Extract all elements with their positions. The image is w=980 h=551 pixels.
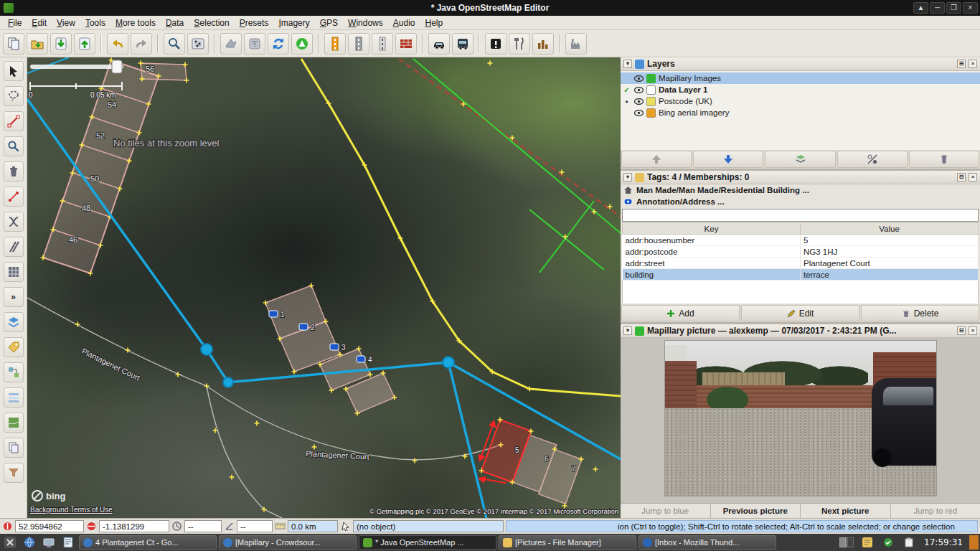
close-panel-icon[interactable]: ×: [969, 173, 977, 182]
more-modes-button[interactable]: »: [4, 287, 24, 307]
edit-tag-button[interactable]: Edit: [741, 305, 859, 321]
corner-widget[interactable]: [969, 535, 979, 550]
editor-launcher-icon[interactable]: [60, 535, 77, 550]
shade-window-icon[interactable]: ▲: [913, 2, 928, 14]
mode-zoom-button[interactable]: [4, 136, 24, 156]
menu-help[interactable]: Help: [420, 17, 448, 29]
move-layer-up-button[interactable]: [621, 151, 692, 168]
toggle-commandstack-button[interactable]: [4, 438, 24, 458]
building-way-selected-5[interactable]: [470, 417, 585, 512]
mapillary-walk-button[interactable]: [291, 33, 313, 55]
collapse-panel-icon[interactable]: ▾: [623, 60, 632, 68]
preset-search-input[interactable]: [622, 209, 979, 222]
notes-tray-icon[interactable]: [859, 535, 876, 550]
clipboard-tray-icon[interactable]: [900, 535, 918, 550]
undo-button[interactable]: [107, 33, 128, 55]
preset-motorway-button[interactable]: [324, 33, 346, 55]
taskbar-window-thunderbird[interactable]: [Inbox - Mozilla Thund...: [639, 535, 776, 550]
toggle-layers-dialog-button[interactable]: [4, 312, 24, 332]
toggle-tags-dialog-button[interactable]: [4, 337, 24, 357]
mapillary-photo[interactable]: [664, 340, 937, 496]
next-picture-button[interactable]: Next picture: [801, 504, 891, 518]
mapillary-filter-button[interactable]: [244, 33, 265, 55]
taskbar-window-mapillary[interactable]: [Mapillary - Crowdsour...: [219, 535, 357, 550]
tag-key-header[interactable]: Key: [623, 223, 801, 235]
toggle-selection-dialog-button[interactable]: [4, 387, 24, 408]
taskbar-clock[interactable]: 17:59:31: [921, 537, 966, 547]
collapse-panel-icon[interactable]: ▾: [623, 173, 632, 182]
toggle-filter-dialog-button[interactable]: [4, 463, 24, 483]
preset-hazard-button[interactable]: [485, 33, 507, 55]
menu-edit[interactable]: Edit: [27, 17, 52, 29]
stick-panel-icon[interactable]: ⊟: [957, 173, 966, 182]
open-file-button[interactable]: [27, 33, 48, 55]
filemanager-launcher-icon[interactable]: [40, 535, 57, 550]
preferences-button[interactable]: [187, 33, 209, 55]
download-data-button[interactable]: [50, 33, 72, 55]
layer-row-postcode[interactable]: ▪ Postcode (UK): [621, 95, 980, 107]
mode-combine-button[interactable]: [4, 212, 24, 232]
taskbar-window-browser[interactable]: 4 Plantagenet Ct - Go...: [79, 535, 217, 550]
taskbar-window-josm[interactable]: * Java OpenStreetMap ...: [359, 535, 496, 550]
map-view[interactable]: 1 2 3 4 5 6 7 56 54 52 50 48 46 Plantage…: [27, 57, 621, 518]
close-panel-icon[interactable]: ×: [969, 60, 977, 68]
tag-row[interactable]: addr:housenumber5: [623, 235, 979, 246]
preset-link-address[interactable]: Annotation/Address ...: [621, 196, 980, 207]
layer-row-mapillary[interactable]: Mapillary Images: [621, 72, 980, 84]
visibility-eye-icon[interactable]: [634, 87, 644, 93]
search-button[interactable]: [164, 33, 185, 55]
preset-road-button[interactable]: [348, 33, 369, 55]
copy-button[interactable]: [3, 33, 24, 55]
preset-car-button[interactable]: [428, 33, 450, 55]
layer-row-bing[interactable]: Bing aerial imagery: [621, 107, 980, 118]
stick-panel-icon[interactable]: ⊟: [957, 326, 966, 335]
add-tag-button[interactable]: Add: [621, 305, 740, 321]
browser-launcher-icon[interactable]: [21, 535, 38, 550]
preset-link-residential-building[interactable]: Man Made/Man Made/Residential Building .…: [621, 184, 980, 196]
tag-row-selected[interactable]: buildingterrace: [623, 269, 979, 281]
network-tray-icon[interactable]: [880, 535, 897, 550]
close-icon[interactable]: ×: [963, 2, 978, 14]
menu-selection[interactable]: Selection: [189, 17, 234, 29]
upload-data-button[interactable]: [74, 33, 95, 55]
visibility-eye-icon[interactable]: [634, 98, 644, 105]
jump-to-red-button[interactable]: Jump to red: [891, 504, 980, 518]
mode-lasso-button[interactable]: [4, 86, 24, 106]
stick-panel-icon[interactable]: ⊟: [957, 60, 966, 68]
menu-imagery[interactable]: Imagery: [273, 17, 314, 29]
close-panel-icon[interactable]: ×: [969, 326, 977, 335]
menu-data[interactable]: Data: [161, 17, 189, 29]
maximize-icon[interactable]: ❒: [946, 2, 961, 14]
yellow-track-way[interactable]: [301, 59, 621, 396]
menu-view[interactable]: View: [52, 17, 80, 29]
menu-more-tools[interactable]: More tools: [110, 17, 161, 29]
boundary-ways[interactable]: [413, 59, 621, 273]
toggle-minimap-button[interactable]: [4, 413, 24, 433]
mode-parallel-button[interactable]: [4, 237, 24, 257]
mode-split-button[interactable]: [4, 187, 24, 207]
preset-works-button[interactable]: [565, 33, 587, 55]
toggle-relations-dialog-button[interactable]: [4, 362, 24, 382]
minimize-icon[interactable]: ─: [930, 2, 945, 14]
workspace-pager-icon[interactable]: [838, 535, 855, 550]
delete-layer-button[interactable]: [909, 151, 979, 168]
visibility-eye-icon[interactable]: [634, 110, 644, 116]
desktop-menu-icon[interactable]: [1, 535, 19, 550]
terms-of-use-link[interactable]: Background Terms of Use: [30, 506, 113, 514]
mode-building-button[interactable]: [4, 262, 24, 282]
menu-gps[interactable]: GPS: [315, 17, 343, 29]
merge-layers-button[interactable]: [765, 151, 835, 168]
mode-draw-button[interactable]: [4, 111, 24, 131]
collapse-panel-icon[interactable]: ▾: [623, 326, 632, 335]
mode-delete-button[interactable]: [4, 161, 24, 182]
sync-button[interactable]: [268, 33, 289, 55]
menu-file[interactable]: File: [3, 17, 27, 29]
move-layer-down-button[interactable]: [693, 151, 763, 168]
menu-presets[interactable]: Presets: [235, 17, 274, 29]
mapillary-export-button[interactable]: [220, 33, 242, 55]
preset-restaurant-button[interactable]: [509, 33, 530, 55]
jump-to-blue-button[interactable]: Jump to blue: [621, 504, 711, 518]
delete-tag-button[interactable]: Delete: [861, 305, 979, 321]
previous-picture-button[interactable]: Previous picture: [711, 504, 801, 518]
preset-footway-button[interactable]: [372, 33, 393, 55]
